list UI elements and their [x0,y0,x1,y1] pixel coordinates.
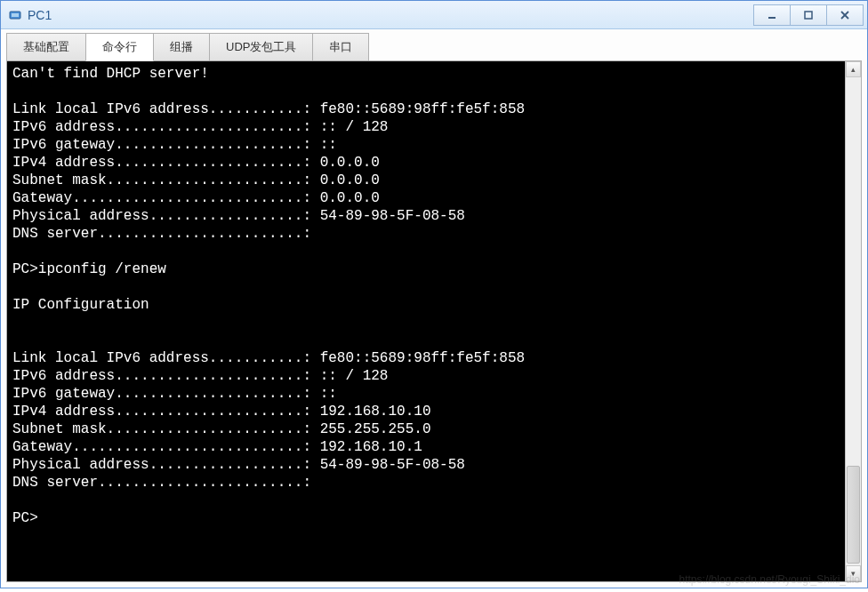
close-button[interactable] [826,4,864,26]
tab-command-line[interactable]: 命令行 [85,33,154,61]
tab-serial[interactable]: 串口 [312,33,369,61]
terminal-line: Subnet mask.......................: 0.0.… [12,172,380,188]
scroll-up-arrow-icon[interactable]: ▴ [846,61,861,77]
terminal-line: DNS server........................: [12,226,311,242]
terminal-line: Link local IPv6 address...........: fe80… [12,350,525,366]
terminal-line: Can't find DHCP server! [12,66,209,82]
window-frame: PC1 基础配置 命令行 组播 UDP发包工具 串口 Can't find DH… [0,0,868,588]
terminal-line: IPv6 address......................: :: /… [12,368,388,384]
terminal-output[interactable]: Can't find DHCP server! Link local IPv6 … [7,61,845,581]
titlebar[interactable]: PC1 [1,1,867,29]
terminal-line: PC>ipconfig /renew [12,261,166,277]
terminal-line: IPv4 address......................: 192.… [12,404,430,420]
terminal-line: Physical address..................: 54-8… [12,457,465,473]
terminal-line: IP Configuration [12,297,149,313]
tab-multicast[interactable]: 组播 [153,33,210,61]
app-icon [8,8,22,22]
terminal-panel: Can't find DHCP server! Link local IPv6 … [6,60,862,582]
window-controls [754,4,864,26]
terminal-line: Gateway...........................: 0.0.… [12,190,380,206]
tab-udp-packet-tool[interactable]: UDP发包工具 [209,33,313,61]
maximize-button[interactable] [790,4,827,26]
svg-rect-1 [12,13,19,17]
terminal-line: IPv6 gateway......................: :: [12,137,337,153]
tab-strip: 基础配置 命令行 组播 UDP发包工具 串口 [6,35,862,61]
terminal-line: Subnet mask.......................: 255.… [12,421,430,437]
scroll-track[interactable] [846,77,861,565]
tab-basic-config[interactable]: 基础配置 [6,33,86,61]
terminal-line: Link local IPv6 address...........: fe80… [12,101,525,117]
window-title: PC1 [28,8,754,22]
scroll-down-arrow-icon[interactable]: ▾ [846,565,861,581]
vertical-scrollbar[interactable]: ▴ ▾ [845,61,861,581]
terminal-line: IPv4 address......................: 0.0.… [12,155,380,171]
terminal-line: Gateway...........................: 192.… [12,439,422,455]
terminal-line: PC> [12,510,38,526]
scroll-thumb[interactable] [847,466,860,564]
content-area: 基础配置 命令行 组播 UDP发包工具 串口 Can't find DHCP s… [1,29,867,588]
terminal-line: IPv6 gateway......................: :: [12,386,337,402]
terminal-line: Physical address..................: 54-8… [12,208,465,224]
minimize-button[interactable] [753,4,791,26]
terminal-line: DNS server........................: [12,475,311,491]
svg-rect-3 [805,12,812,19]
terminal-line: IPv6 address......................: :: /… [12,119,388,135]
